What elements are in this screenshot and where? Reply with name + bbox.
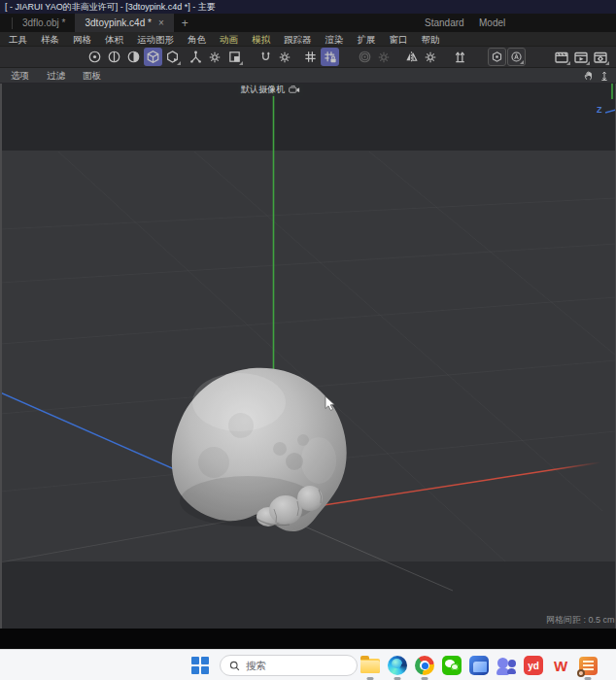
document-reader-icon: [579, 657, 598, 675]
falloff-settings-gear-icon[interactable]: [375, 48, 394, 66]
menu-animate[interactable]: 动画: [213, 32, 245, 47]
file-explorer-icon: [360, 659, 380, 673]
snap-settings-gear-icon[interactable]: [276, 48, 294, 66]
symmetry-icon[interactable]: [402, 48, 421, 66]
blue-app-icon: [469, 656, 489, 675]
axis-modification-icon[interactable]: [187, 48, 205, 66]
chrome-browser-icon: [415, 656, 434, 675]
taskbar-doc-reader[interactable]: [576, 654, 599, 677]
edges-mode-icon[interactable]: [105, 48, 123, 66]
render-group: [552, 48, 610, 66]
axis-settings-gear-icon[interactable]: [206, 48, 224, 66]
youdao-dict-icon: yd: [524, 656, 543, 675]
viewport-scene: [0, 84, 616, 629]
wps-office-icon: W: [551, 656, 570, 675]
polygons-mode-icon[interactable]: [124, 48, 143, 66]
cinema4d-window: [ - JIARUI YAO的非商业许可] - [3dtoypink.c4d *…: [0, 0, 616, 680]
grid-group: [300, 48, 339, 66]
quantize-grid-icon[interactable]: [301, 48, 320, 66]
taskbar-teams[interactable]: [495, 654, 518, 677]
layout-dropdown-standard[interactable]: Standard: [425, 14, 464, 32]
viewport-menu-filter[interactable]: 过滤: [38, 68, 74, 84]
points-mode-icon[interactable]: [86, 48, 104, 66]
menu-tracker[interactable]: 跟踪器: [277, 32, 319, 47]
menu-render[interactable]: 渲染: [319, 32, 351, 47]
window-edge-left: [0, 84, 2, 629]
main-toolbar: [0, 47, 616, 68]
taskbar-wechat[interactable]: [440, 654, 463, 677]
render-settings-icon[interactable]: [592, 48, 610, 66]
falloff-group: [355, 48, 394, 66]
dolly-icon[interactable]: [598, 69, 612, 83]
viewport-3d-canvas[interactable]: [0, 84, 616, 629]
axis-group: [186, 48, 244, 66]
taskbar-chrome[interactable]: [413, 654, 436, 677]
texture-axis-mode-icon[interactable]: [163, 48, 182, 66]
tab-label: 3dtoypink.c4d *: [85, 14, 151, 32]
modeling-kernel-icon[interactable]: [488, 48, 506, 66]
close-tab-icon[interactable]: ×: [158, 14, 164, 32]
menu-simulate[interactable]: 模拟: [245, 32, 277, 47]
menu-tools[interactable]: 工具: [2, 32, 34, 47]
app-bottom-strip: [0, 629, 616, 649]
auto-mode-icon[interactable]: [507, 48, 526, 66]
menu-mograph[interactable]: 运动图形: [130, 32, 181, 47]
windows-taskbar: yd W: [0, 649, 616, 680]
symmetry-group: [401, 48, 440, 66]
kernel-group: [487, 48, 526, 66]
normal-move-icon[interactable]: [451, 48, 469, 66]
camera-switch-icon[interactable]: [289, 85, 300, 94]
normal-move-group: [450, 48, 469, 66]
taskbar-blue-app[interactable]: [467, 654, 491, 677]
render-picture-viewer-icon[interactable]: [572, 48, 591, 66]
edge-browser-icon: [388, 656, 407, 675]
quantize-grid-lock-icon[interactable]: [321, 48, 339, 66]
tab-3dflo[interactable]: 3dflo.obj *: [13, 14, 75, 32]
search-input[interactable]: [246, 660, 343, 671]
wechat-icon: [442, 656, 462, 675]
menu-mesh[interactable]: 网格: [66, 32, 98, 47]
viewport-menu-bar: 选项 过滤 面板: [0, 68, 616, 84]
menu-volume[interactable]: 体积: [98, 32, 130, 47]
layout-dropdown-model[interactable]: Model: [479, 14, 505, 32]
snap-group: [256, 48, 294, 66]
viewport-menu-panel[interactable]: 面板: [74, 68, 110, 84]
menu-spline[interactable]: 样条: [34, 32, 66, 47]
symmetry-settings-gear-icon[interactable]: [422, 48, 440, 66]
taskbar-search[interactable]: [220, 655, 358, 676]
teams-icon: [496, 656, 516, 675]
camera-label[interactable]: 默认摄像机: [238, 84, 303, 96]
window-title: [ - JIARUI YAO的非商业许可] - [3dtoypink.c4d *…: [5, 2, 216, 12]
menu-window[interactable]: 窗口: [383, 32, 415, 47]
mode-group: [85, 48, 182, 66]
windows-logo-icon: [191, 657, 199, 664]
tab-3dtoypink[interactable]: 3dtoypink.c4d * ×: [75, 14, 173, 32]
render-view-icon[interactable]: [553, 48, 571, 66]
toy-model-mesh[interactable]: [172, 368, 347, 531]
pan-hand-icon[interactable]: [582, 69, 597, 83]
title-bar: [ - JIARUI YAO的非商业许可] - [3dtoypink.c4d *…: [0, 0, 616, 14]
falloff-icon[interactable]: [356, 48, 374, 66]
grid-spacing-label: 网格间距 : 0.5 cm: [546, 614, 616, 627]
search-icon: [229, 661, 240, 671]
menu-character[interactable]: 角色: [181, 32, 213, 47]
taskbar-file-explorer[interactable]: [359, 654, 382, 677]
snap-magnet-icon[interactable]: [257, 48, 275, 66]
start-button[interactable]: [191, 657, 209, 674]
camera-label-text: 默认摄像机: [241, 84, 285, 96]
workplane-icon[interactable]: [225, 48, 244, 66]
viewport-menu-options[interactable]: 选项: [2, 68, 38, 84]
menu-bar: 工具 样条 网格 体积 运动图形 角色 动画 模拟 跟踪器 渲染 扩展 窗口 帮…: [0, 32, 616, 47]
gizmo-z-label: Z: [597, 105, 602, 115]
model-mode-icon[interactable]: [144, 48, 162, 66]
document-tab-bar: 3dflo.obj * 3dtoypink.c4d * × + Standard…: [0, 14, 616, 32]
taskbar-edge[interactable]: [386, 654, 409, 677]
taskbar-wps[interactable]: W: [549, 654, 572, 677]
viewport-nav-controls: [581, 69, 612, 83]
menu-extensions[interactable]: 扩展: [351, 32, 383, 47]
taskbar-youdao[interactable]: yd: [522, 654, 545, 677]
new-tab-button[interactable]: +: [174, 17, 196, 30]
tab-label: 3dflo.obj *: [22, 17, 65, 28]
menu-help[interactable]: 帮助: [415, 32, 447, 47]
